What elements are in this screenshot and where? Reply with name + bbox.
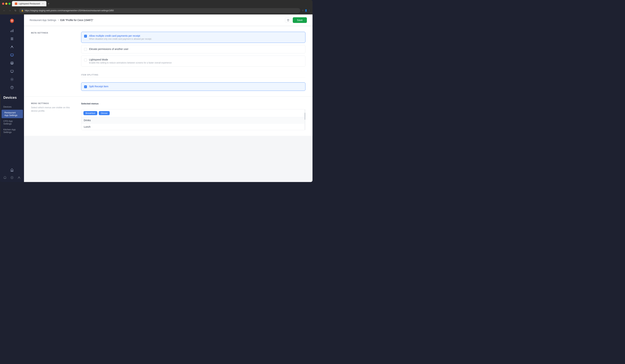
svg-rect-2 [13,29,13,32]
main-content: Restaurant App Settings > Edit "Profile … [24,14,312,182]
svg-rect-7 [11,54,13,56]
breadcrumb-current: Edit "Profile for Cece (19487)" [60,19,93,22]
scrollbar-thumb[interactable] [304,113,306,120]
svg-rect-12 [11,70,13,72]
checkbox-lightspeed-mode[interactable]: Lightspeed Mode Enable this setting to r… [81,56,306,67]
tab-close-button[interactable]: ✕ [42,3,44,4]
sidebar-bottom-store-icon[interactable] [8,166,16,174]
sidebar-icon-customers[interactable] [8,43,16,51]
beta-settings-title: BETA SETTINGS [31,32,70,34]
page-header: Restaurant App Settings > Edit "Profile … [24,14,312,26]
svg-rect-11 [11,64,13,64]
item-splitting-title: ITEM SPLITTING [81,74,306,77]
sidebar-item-cfd-app-settings[interactable]: CFD App Settings [0,118,24,127]
checkbox-multiple-cc[interactable]: ✓ Allow multiple credit card payments pe… [81,32,306,43]
checkbox-elevate-perms[interactable]: Elevate permissions of another user [81,45,306,54]
checkbox-elevate-perms-indicator [84,48,87,51]
svg-rect-3 [11,37,13,38]
new-tab-button[interactable]: + [47,2,50,5]
header-actions: Save [285,17,307,23]
menu-tag-dinner[interactable]: Dinner [99,111,110,115]
menu-settings-title: MENU SETTINGS [31,102,70,104]
sidebar-download-icon[interactable] [10,176,14,180]
beta-settings-section: BETA SETTINGS ✓ Allow multiple credit ca… [24,26,312,96]
checkbox-multiple-cc-label: Allow multiple credit card payments per … [89,34,152,37]
delete-button[interactable] [285,18,291,23]
menu-option-drinks[interactable]: Drinks [81,117,305,123]
menu-settings-description: Select which menus are visible on this d… [31,106,70,113]
menu-button[interactable]: ⋮ [308,9,310,12]
back-button[interactable]: ← [2,8,6,13]
item-splitting-section: ITEM SPLITTING ✓ Split Receipt Item [31,74,306,91]
address-bar[interactable]: 🔒 https://staging-staging-web.posios.com… [19,8,300,13]
account-button[interactable]: 👤 [305,9,307,12]
svg-point-17 [12,88,12,88]
active-tab[interactable]: Lightspeed Restaurant ✕ [12,1,46,6]
sidebar: Devices Devices Restaurant App Settings … [0,14,24,182]
svg-point-15 [12,79,12,80]
forward-button[interactable]: → [8,8,12,13]
checkbox-lightspeed-mode-indicator [84,59,87,61]
menu-dropdown[interactable]: Breakfast Dinner Drinks Lunch [81,109,306,130]
checkbox-split-receipt[interactable]: ✓ Split Receipt Item [81,82,306,91]
delete-icon [287,19,289,21]
breadcrumb-link[interactable]: Restaurant App Settings [30,19,56,22]
sidebar-item-restaurant-app-settings[interactable]: Restaurant App Settings [1,110,23,118]
svg-rect-0 [11,31,11,32]
reload-button[interactable]: ↻ [13,8,18,13]
menu-settings-section: MENU SETTINGS Select which menus are vis… [24,97,312,136]
menu-tag-breakfast[interactable]: Breakfast [83,111,97,115]
tab-favicon [15,2,17,5]
sidebar-icon-devices[interactable] [8,51,16,59]
checkbox-split-receipt-indicator: ✓ [84,85,87,88]
sidebar-notifications-icon[interactable] [3,176,6,180]
save-button[interactable]: Save [293,17,307,23]
checkbox-lightspeed-mode-desc: Enable this setting to reduce animations… [89,61,172,64]
sidebar-item-kitchen-app-settings[interactable]: Kitchen App Settings [0,127,24,135]
sidebar-user-icon[interactable] [17,176,21,180]
tab-title: Lightspeed Restaurant [19,2,40,5]
scrollbar-track [304,109,306,130]
sidebar-icon-print[interactable] [8,59,16,67]
traffic-light-yellow[interactable] [5,3,7,5]
checkbox-split-receipt-label: Split Receipt Item [89,85,108,88]
menu-dropdown-wrapper: Breakfast Dinner Drinks Lunch [81,109,306,130]
sidebar-icon-settings[interactable] [8,75,16,83]
svg-rect-8 [11,56,12,57]
sidebar-icon-help[interactable] [8,84,16,91]
beta-settings-items: ✓ Allow multiple credit card payments pe… [81,32,306,67]
selected-menus-label: Selected menus [81,102,306,105]
breadcrumb: Restaurant App Settings > Edit "Profile … [30,19,93,22]
sidebar-logo [0,14,24,25]
traffic-light-red[interactable] [2,3,4,5]
checkbox-multiple-cc-indicator: ✓ [84,35,87,37]
url-text: https://staging-staging-web.posios.com/m… [25,9,298,12]
svg-rect-18 [11,170,12,171]
sidebar-item-devices[interactable]: Devices [0,104,24,110]
sidebar-icon-orders[interactable] [8,35,16,43]
sidebar-section-heading: Devices [0,94,24,102]
sidebar-icon-display[interactable] [8,67,16,75]
checkbox-lightspeed-mode-label: Lightspeed Mode [89,58,172,61]
svg-rect-4 [11,38,13,39]
svg-rect-1 [12,30,12,32]
breadcrumb-separator: > [58,19,59,21]
sidebar-sub-nav: Devices Restaurant App Settings CFD App … [0,102,24,136]
bookmark-button[interactable]: ☆ [302,9,304,12]
sidebar-icon-analytics[interactable] [8,27,16,34]
checkbox-elevate-perms-label: Elevate permissions of another user [89,48,128,50]
menu-selected-tags: Breakfast Dinner [81,109,305,117]
lock-icon: 🔒 [21,9,24,12]
traffic-light-green[interactable] [8,3,11,5]
sidebar-icon-nav [0,25,24,93]
menu-option-lunch[interactable]: Lunch [81,123,305,130]
checkbox-multiple-cc-desc: When disabled only one credit card payme… [89,38,152,40]
svg-rect-5 [11,39,13,40]
